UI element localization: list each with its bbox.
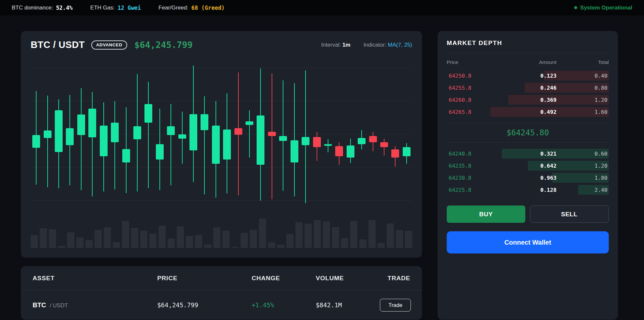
fear-greed-value: 68 (Greed) [191, 5, 225, 11]
volume-bar [387, 223, 394, 248]
ask-rows: 64250.80.1230.4064255.80.2460.8064260.80… [447, 69, 609, 119]
candle-wick [92, 92, 93, 196]
volume-bar [332, 227, 339, 248]
trade-cell: Trade [380, 299, 411, 312]
volume-bar [323, 221, 330, 248]
ask-price: 64260.8 [447, 97, 504, 103]
candle-up [111, 123, 119, 142]
candle-up [324, 144, 332, 146]
candle-wick [114, 101, 115, 190]
volume-bar [295, 222, 303, 248]
candle-up [189, 114, 197, 150]
price-cell: $64,245.799 [157, 301, 252, 309]
candle-up [178, 134, 186, 139]
bid-amount: 0.321 [504, 151, 556, 157]
volume-bar [149, 234, 157, 248]
advanced-badge: ADVANCED [91, 40, 127, 50]
indicator-control[interactable]: Indicator: MA(7, 25) [364, 42, 412, 48]
trade-button[interactable]: Trade [380, 299, 411, 312]
market-depth-panel: MARKET DEPTH Price Amount Total 64250.80… [438, 31, 618, 320]
volume-bars [31, 218, 412, 248]
candle-up [279, 136, 287, 141]
candle-up [144, 104, 152, 123]
volume-bar [85, 240, 93, 248]
candle-wick [47, 96, 48, 187]
volume-bar [122, 221, 129, 248]
volume-bar [277, 245, 284, 248]
asset-base: BTC [33, 301, 46, 309]
buy-button[interactable]: BUY [447, 206, 525, 223]
candle-wick [294, 83, 295, 196]
btc-dominance-label: BTC dominance: [12, 5, 53, 11]
candle-wick [81, 88, 82, 190]
chart-panel: BTC / USDT ADVANCED $64,245.799 Interval… [21, 31, 422, 258]
bid-amount: 0.963 [504, 175, 556, 181]
candlestick-chart [31, 59, 412, 206]
volume-bar [195, 235, 202, 248]
bid-price: 64240.8 [447, 151, 504, 157]
chart-header: BTC / USDT ADVANCED $64,245.799 Interval… [31, 39, 412, 50]
candle-up [223, 130, 231, 160]
candle-up [55, 110, 63, 152]
volume-bar [49, 229, 56, 248]
depth-column-headers: Price Amount Total [447, 59, 609, 65]
candle-wick [204, 96, 205, 194]
pair-title: BTC / USDT [31, 39, 85, 50]
chart-gridline [31, 200, 412, 201]
candle-up [212, 126, 220, 164]
btc-dominance-value: 52.4% [56, 5, 73, 11]
ask-amount: 0.369 [504, 97, 556, 103]
volume-bar [131, 228, 138, 248]
candle-up [100, 126, 108, 156]
chart-controls: Interval: 1m Indicator: MA(7, 25) [321, 42, 412, 48]
bid-rows: 64240.80.3210.6064235.80.6421.2064230.80… [447, 146, 609, 197]
table-row: BTC / USDT $64,245.799 +1.45% $842.1M Tr… [21, 290, 422, 320]
candle-down [234, 128, 242, 135]
fear-greed-stat: Fear/Greed: 68 (Greed) [158, 5, 225, 11]
asset-quote: / USDT [50, 302, 68, 309]
live-price: $64,245.799 [134, 40, 193, 50]
volume-bar [314, 220, 321, 248]
change-cell: +1.45% [252, 301, 316, 309]
candle-up [358, 138, 366, 144]
volume-bar [341, 238, 348, 248]
chart-gridline [31, 134, 412, 134]
depth-header-price: Price [447, 59, 504, 65]
volume-bar [140, 231, 147, 248]
volume-bar [232, 247, 239, 248]
volume-bar [268, 242, 275, 248]
bid-row[interactable]: 64230.80.9631.80 [447, 173, 609, 183]
btc-dominance-stat: BTC dominance: 52.4% [12, 5, 73, 11]
bid-total: 1.80 [557, 175, 609, 181]
ask-total: 0.40 [557, 73, 609, 79]
status-dot-icon [574, 6, 577, 9]
assets-table-panel: ASSET PRICE CHANGE VOLUME TRADE BTC / US… [21, 266, 422, 320]
left-column: BTC / USDT ADVANCED $64,245.799 Interval… [21, 31, 422, 320]
volume-bar [204, 244, 211, 248]
bid-price: 64235.8 [447, 163, 504, 169]
volume-cell: $842.1M [316, 301, 380, 309]
bid-total: 2.40 [557, 187, 609, 193]
ask-row[interactable]: 64255.80.2460.80 [447, 83, 609, 93]
ask-total: 0.80 [557, 85, 609, 91]
ask-price: 64250.8 [447, 73, 504, 79]
bid-row[interactable]: 64235.80.6421.20 [447, 161, 609, 171]
header-trade: TRADE [388, 275, 410, 282]
ask-row[interactable]: 64250.80.1230.40 [447, 71, 609, 81]
ask-row[interactable]: 64260.80.3691.20 [447, 95, 609, 105]
sell-button[interactable]: SELL [530, 206, 609, 223]
ask-row[interactable]: 64265.80.4921.60 [447, 107, 609, 117]
bid-row[interactable]: 64225.80.1282.40 [447, 185, 609, 195]
candle-wick [249, 110, 250, 158]
interval-control[interactable]: Interval: 1m [321, 42, 351, 48]
volume-bar [58, 246, 65, 248]
eth-gas-stat: ETH Gas: 12 Gwei [90, 5, 141, 11]
header-asset: ASSET [33, 275, 157, 282]
connect-wallet-button[interactable]: Connect Wallet [447, 231, 609, 253]
bid-row[interactable]: 64240.80.3210.60 [447, 149, 609, 159]
candle-up [133, 126, 141, 139]
chart-gridline [31, 101, 412, 101]
volume-bar [250, 230, 257, 248]
volume-bar [241, 233, 248, 248]
volume-bar [213, 227, 220, 248]
